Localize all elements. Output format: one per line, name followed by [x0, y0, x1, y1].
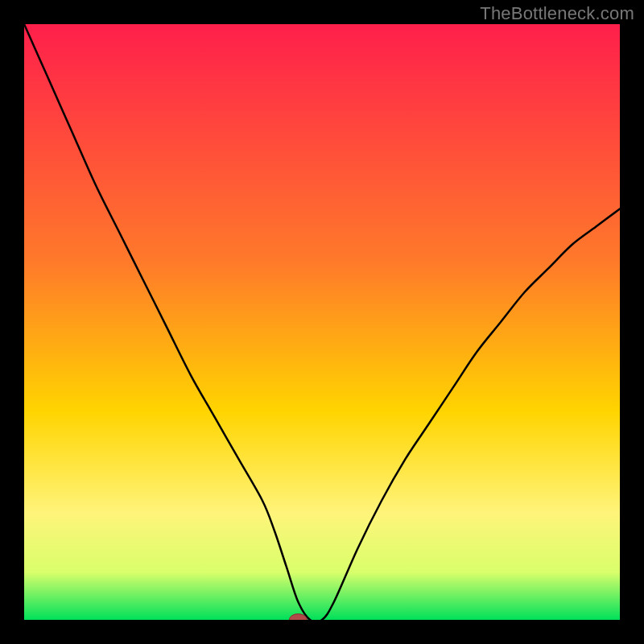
bottleneck-curve: [24, 24, 620, 620]
chart-frame: TheBottleneck.com: [0, 0, 644, 644]
plot-svg: [24, 24, 620, 620]
watermark-text: TheBottleneck.com: [480, 3, 634, 24]
plot-area: [24, 24, 620, 620]
